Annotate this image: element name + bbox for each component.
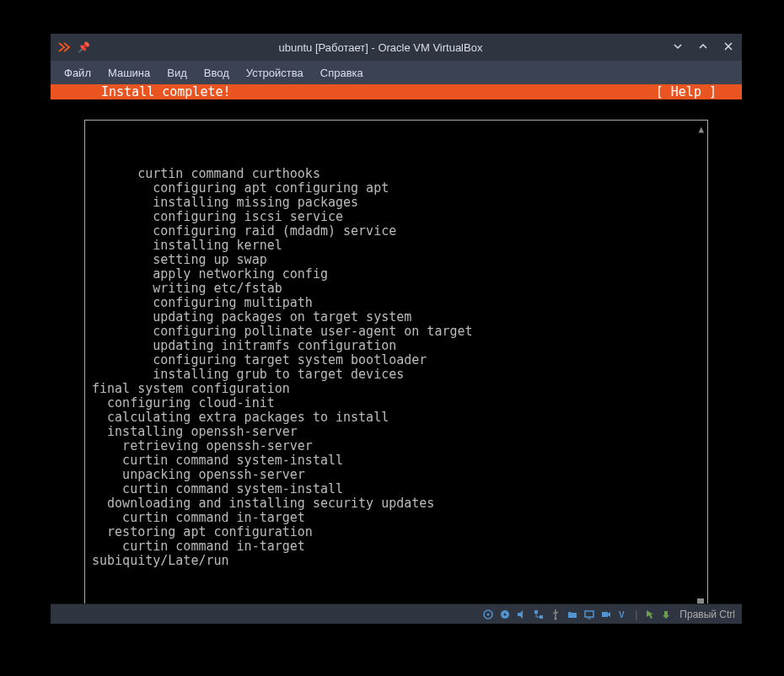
audio-icon[interactable] bbox=[515, 608, 529, 621]
svg-rect-5 bbox=[540, 615, 543, 619]
log-line: curtin command in-target bbox=[92, 511, 701, 525]
log-line: configuring cloud-init bbox=[92, 396, 701, 410]
display-icon[interactable] bbox=[583, 608, 596, 621]
mouse-capture-icon[interactable] bbox=[642, 608, 656, 621]
window-title: ubuntu [Работает] - Oracle VM VirtualBox bbox=[90, 41, 671, 54]
log-line: calculating extra packages to install bbox=[92, 410, 701, 425]
log-line: restoring apt configuration bbox=[92, 525, 701, 539]
menu-devices[interactable]: Устройства bbox=[239, 65, 310, 81]
log-line: configuring apt configuring apt bbox=[92, 181, 701, 196]
install-log: ▲ curtin command curthooks configuring a… bbox=[84, 120, 708, 604]
svg-point-1 bbox=[487, 613, 490, 615]
help-button[interactable]: [ Help ] bbox=[656, 84, 717, 99]
log-line: retrieving openssh-server bbox=[92, 439, 701, 453]
log-line: installing grub to target devices bbox=[92, 368, 701, 382]
scroll-up-icon[interactable]: ▲ bbox=[698, 122, 704, 137]
virtualbox-window: 📌 ubuntu [Работает] - Oracle VM VirtualB… bbox=[51, 34, 742, 624]
network-icon[interactable] bbox=[532, 608, 545, 621]
log-container: ▲ curtin command curthooks configuring a… bbox=[51, 99, 742, 604]
host-key-label[interactable]: Правый Ctrl bbox=[679, 609, 735, 620]
hard-disk-icon[interactable] bbox=[481, 608, 495, 621]
menu-help[interactable]: Справка bbox=[314, 65, 370, 81]
log-line: writing etc/fstab bbox=[92, 282, 701, 296]
minimize-button[interactable] bbox=[671, 40, 685, 55]
log-line: configuring iscsi service bbox=[92, 210, 701, 224]
pin-icon[interactable]: 📌 bbox=[78, 41, 90, 53]
svg-text:V: V bbox=[619, 610, 625, 620]
maximize-button[interactable] bbox=[696, 40, 710, 55]
log-line: configuring multipath bbox=[92, 296, 701, 310]
log-line: curtin command curthooks bbox=[92, 167, 701, 181]
menu-input[interactable]: Ввод bbox=[197, 65, 236, 81]
menu-file[interactable]: Файл bbox=[57, 65, 98, 81]
log-line: unpacking openssh-server bbox=[92, 468, 701, 482]
log-line: subiquity/Late/run bbox=[92, 554, 701, 568]
svg-point-6 bbox=[555, 617, 557, 620]
log-line: configuring target system bootloader bbox=[92, 353, 701, 368]
svg-rect-7 bbox=[585, 611, 593, 617]
log-line: configuring pollinate user-agent on targ… bbox=[92, 325, 701, 339]
installer-header: Install complete! [ Help ] bbox=[51, 84, 742, 99]
usb-icon[interactable] bbox=[549, 608, 562, 621]
recording-icon[interactable] bbox=[599, 608, 613, 621]
log-line: installing kernel bbox=[92, 239, 701, 253]
log-line: updating initramfs configuration bbox=[92, 339, 701, 353]
shared-folder-icon[interactable] bbox=[566, 608, 579, 621]
installer-title: Install complete! bbox=[101, 84, 231, 99]
log-line: updating packages on target system bbox=[92, 310, 701, 325]
svg-rect-4 bbox=[534, 610, 538, 614]
svg-point-3 bbox=[504, 613, 507, 615]
log-line: installing openssh-server bbox=[92, 425, 701, 439]
virtualization-icon[interactable]: V bbox=[616, 608, 630, 621]
virtualbox-icon bbox=[57, 40, 71, 54]
close-button[interactable] bbox=[722, 40, 735, 55]
menubar: Файл Машина Вид Ввод Устройства Справка bbox=[51, 61, 742, 84]
statusbar: V | Правый Ctrl bbox=[51, 604, 742, 624]
log-line: apply networking config bbox=[92, 267, 701, 282]
log-line: setting up swap bbox=[92, 253, 701, 267]
status-separator: | bbox=[635, 609, 637, 620]
scrollbar-thumb[interactable] bbox=[697, 598, 704, 604]
log-line: configuring raid (mdadm) service bbox=[92, 224, 701, 239]
menu-view[interactable]: Вид bbox=[160, 65, 194, 81]
svg-rect-8 bbox=[602, 612, 608, 617]
log-line: curtin command system-install bbox=[92, 453, 701, 468]
log-line: curtin command in-target bbox=[92, 539, 701, 554]
keyboard-capture-icon[interactable] bbox=[659, 608, 673, 621]
log-line: downloading and installing security upda… bbox=[92, 496, 701, 511]
log-line: curtin command system-install bbox=[92, 482, 701, 496]
log-line: final system configuration bbox=[92, 382, 701, 396]
titlebar: 📌 ubuntu [Работает] - Oracle VM VirtualB… bbox=[51, 34, 742, 61]
log-line: installing missing packages bbox=[92, 196, 701, 210]
guest-display[interactable]: Install complete! [ Help ] ▲ curtin comm… bbox=[51, 84, 742, 604]
menu-machine[interactable]: Машина bbox=[101, 65, 157, 81]
optical-disk-icon[interactable] bbox=[498, 608, 512, 621]
